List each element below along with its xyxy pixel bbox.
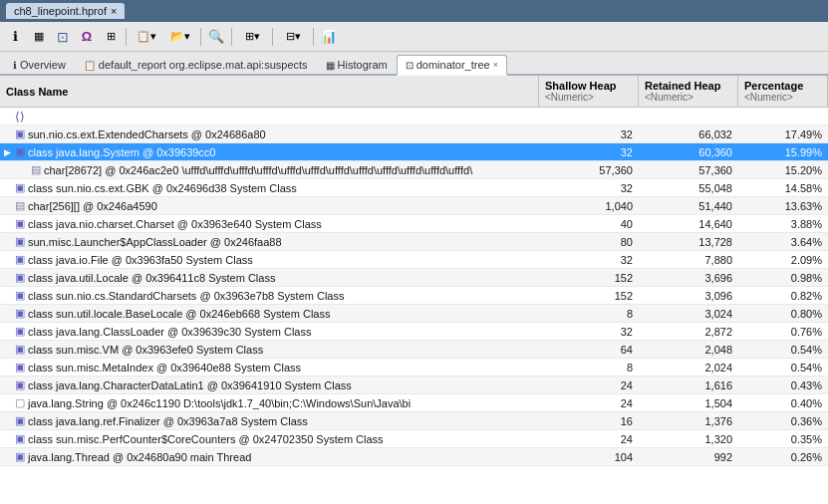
table-row[interactable]: ▣ class java.lang.CharacterDataLatin1 @ … <box>0 377 828 394</box>
expand-placeholder <box>18 165 28 175</box>
expand-placeholder <box>2 380 12 390</box>
table-row[interactable]: ▣ class sun.misc.MetaIndex @ 0x39640e88 … <box>0 359 828 377</box>
percentage-cell: 15.99% <box>738 146 828 158</box>
expand-placeholder <box>2 345 12 355</box>
table-row[interactable]: ⟨⟩ <box>0 108 828 126</box>
retained-heap-cell: 1,320 <box>639 433 738 445</box>
name-cell: ▣ class sun.nio.cs.StandardCharsets @ 0x… <box>0 289 539 302</box>
name-cell: ▤ char[256][] @ 0x246a4590 <box>0 199 539 212</box>
col-shallow-heap: Shallow Heap <Numeric> <box>539 76 639 107</box>
retained-heap-cell: 66,032 <box>639 128 738 140</box>
percentage-cell: 0.98% <box>738 272 828 284</box>
percentage-cell: 0.36% <box>738 415 828 427</box>
percentage-cell: 15.20% <box>738 164 828 176</box>
shallow-heap-cell: 152 <box>539 290 639 302</box>
table-row[interactable]: ▣ class sun.nio.cs.StandardCharsets @ 0x… <box>0 287 828 305</box>
dominator-button[interactable]: ⊡ <box>52 26 74 48</box>
shallow-heap-cell: 32 <box>539 128 639 140</box>
name-cell: ▣ sun.nio.cs.ext.ExtendedCharsets @ 0x24… <box>0 127 539 140</box>
table-row[interactable]: ▤ char[256][] @ 0x246a4590 1,040 51,440 … <box>0 197 828 215</box>
table-row[interactable]: ▣ class sun.misc.VM @ 0x3963efe0 System … <box>0 341 828 359</box>
thread-button[interactable]: ⊞ <box>100 26 122 48</box>
tab-overview[interactable]: ℹ Overview <box>4 55 75 74</box>
title-close-icon[interactable]: × <box>111 5 117 17</box>
shallow-heap-cell: 32 <box>539 326 639 338</box>
tab-default-report[interactable]: 📋 default_report org.eclipse.mat.api:sus… <box>75 55 317 74</box>
search-button[interactable]: 🔍 <box>205 26 227 48</box>
retained-heap-cell: 2,048 <box>639 344 738 356</box>
table-row[interactable]: ▣ sun.nio.cs.ext.ExtendedCharsets @ 0x24… <box>0 126 828 143</box>
percentage-cell: 0.54% <box>738 362 828 374</box>
copy-button[interactable]: ⊟▾ <box>277 26 309 48</box>
array-icon: ▤ <box>15 199 25 212</box>
table-row[interactable]: ▢ java.lang.String @ 0x246c1190 D:\tools… <box>0 394 828 412</box>
chart-button[interactable]: 📊 <box>318 26 340 48</box>
table-row[interactable]: ▣ class java.io.File @ 0x3963fa50 System… <box>0 251 828 269</box>
info-button[interactable]: ℹ <box>4 26 26 48</box>
open-dropdown[interactable]: 📂▾ <box>164 26 196 48</box>
table-row[interactable]: ▣ class java.nio.charset.Charset @ 0x396… <box>0 215 828 233</box>
name-cell: ⟨⟩ <box>0 110 539 124</box>
row-name-text: class sun.nio.cs.StandardCharsets @ 0x39… <box>28 290 345 302</box>
tab-dominator-close[interactable]: × <box>493 60 498 70</box>
percentage-cell: 0.76% <box>738 326 828 338</box>
class-icon: ▣ <box>15 307 25 320</box>
tab-report-icon: 📋 <box>84 60 96 71</box>
table-row[interactable]: ▣ class java.util.Locale @ 0x396411c8 Sy… <box>0 269 828 287</box>
percentage-cell: 0.43% <box>738 379 828 391</box>
query-button[interactable]: Ω <box>76 26 98 48</box>
retained-heap-cell: 1,504 <box>639 397 738 409</box>
table-row[interactable]: ▤ char[28672] @ 0x246ac2e0 \ufffd\ufffd\… <box>0 161 828 179</box>
expand-placeholder <box>2 309 12 319</box>
shallow-heap-cell: 104 <box>539 451 639 463</box>
table-row[interactable]: ▣ class sun.util.locale.BaseLocale @ 0x2… <box>0 305 828 323</box>
percentage-cell: 0.26% <box>738 451 828 463</box>
column-headers: Class Name Shallow Heap <Numeric> Retain… <box>0 76 828 108</box>
row-name-text: java.lang.Thread @ 0x24680a90 main Threa… <box>28 451 251 463</box>
table-body: ⟨⟩ ▣ sun.nio.cs.ext.ExtendedCharsets @ 0… <box>0 108 828 504</box>
back-button[interactable]: ⊞▾ <box>236 26 268 48</box>
table-row[interactable]: ▣ class sun.nio.cs.ext.GBK @ 0x24696d38 … <box>0 179 828 197</box>
shallow-heap-cell: 32 <box>539 146 639 158</box>
tab-histogram[interactable]: ▦ Histogram <box>317 55 397 74</box>
table-row[interactable]: ▶ ▣ class java.lang.System @ 0x39639cc0 … <box>0 143 828 161</box>
name-cell: ▣ class sun.nio.cs.ext.GBK @ 0x24696d38 … <box>0 181 539 194</box>
row-name-text: class sun.misc.PerfCounter$CoreCounters … <box>28 433 384 445</box>
class-icon: ▣ <box>15 271 25 284</box>
retained-heap-cell: 2,024 <box>639 362 738 374</box>
percentage-cell: 13.63% <box>738 200 828 212</box>
table-row[interactable]: ▣ sun.misc.Launcher$AppClassLoader @ 0x2… <box>0 233 828 251</box>
table-row[interactable]: ▣ class java.lang.ref.Finalizer @ 0x3963… <box>0 412 828 430</box>
row-name-text: class java.nio.charset.Charset @ 0x3963e… <box>28 218 322 230</box>
shallow-heap-cell: 64 <box>539 344 639 356</box>
row-name-text: char[28672] @ 0x246ac2e0 \ufffd\ufffd\uf… <box>44 164 472 176</box>
class-icon: ▣ <box>15 181 25 194</box>
report-dropdown[interactable]: 📋▾ <box>131 26 162 48</box>
tab-histogram-label: Histogram <box>338 59 388 71</box>
percentage-cell: 0.40% <box>738 397 828 409</box>
tab-dominator-tree[interactable]: ⊡ dominator_tree × <box>397 55 507 76</box>
retained-heap-cell: 3,696 <box>639 272 738 284</box>
class-icon: ▣ <box>15 235 25 248</box>
table-row[interactable]: ▣ class java.lang.ClassLoader @ 0x39639c… <box>0 323 828 341</box>
retained-heap-cell: 1,616 <box>639 379 738 391</box>
expand-placeholder <box>2 434 12 444</box>
expand-placeholder <box>2 201 12 211</box>
name-cell: ▣ class java.lang.ref.Finalizer @ 0x3963… <box>0 414 539 427</box>
table-row[interactable]: ▣ class sun.misc.PerfCounter$CoreCounter… <box>0 430 828 448</box>
name-cell: ▣ class sun.util.locale.BaseLocale @ 0x2… <box>0 307 539 320</box>
retained-heap-cell: 57,360 <box>639 164 738 176</box>
title-tab[interactable]: ch8_linepoint.hprof × <box>6 3 125 19</box>
title-tab-label: ch8_linepoint.hprof <box>14 5 107 17</box>
percentage-cell: 0.80% <box>738 308 828 320</box>
title-bar: ch8_linepoint.hprof × <box>0 0 828 22</box>
histogram-button[interactable]: ▦ <box>28 26 50 48</box>
table-row[interactable]: ▣ java.lang.Thread @ 0x24680a90 main Thr… <box>0 448 828 466</box>
row-name-text: char[256][] @ 0x246a4590 <box>28 200 157 212</box>
retained-heap-cell: 2,872 <box>639 326 738 338</box>
class-icon: ▣ <box>15 450 25 463</box>
expand-button[interactable]: ▶ <box>2 147 12 157</box>
name-cell: ▣ class java.lang.CharacterDataLatin1 @ … <box>0 378 539 391</box>
shallow-heap-cell: 24 <box>539 379 639 391</box>
expand-placeholder <box>2 255 12 265</box>
